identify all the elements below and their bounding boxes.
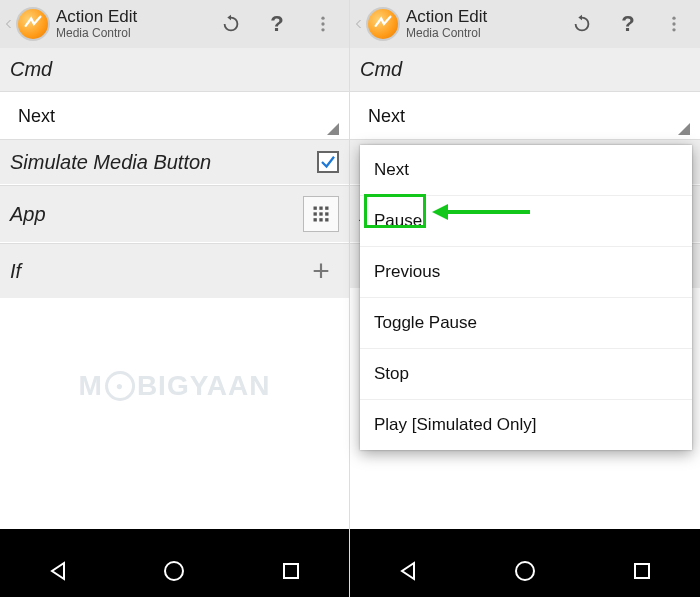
cmd-spinner[interactable]: Next: [350, 92, 700, 139]
cmd-value: Next: [18, 106, 331, 129]
actionbar-title: Action Edit: [56, 8, 213, 27]
dropdown-item-toggle-pause[interactable]: Toggle Pause: [360, 298, 692, 349]
undo-icon[interactable]: [564, 6, 600, 42]
help-icon[interactable]: ?: [259, 6, 295, 42]
back-chevron-icon[interactable]: [352, 15, 366, 33]
svg-point-14: [672, 17, 675, 20]
back-chevron-icon[interactable]: [2, 15, 16, 33]
nav-home-icon[interactable]: [513, 559, 537, 587]
navbar: [350, 549, 700, 597]
help-icon[interactable]: ?: [610, 6, 646, 42]
svg-point-1: [321, 22, 324, 25]
svg-point-2: [321, 28, 324, 31]
spinner-triangle-icon: [678, 123, 690, 135]
simulate-label: Simulate Media Button: [10, 151, 211, 174]
actionbar-subtitle: Media Control: [56, 27, 213, 40]
tasker-app-icon[interactable]: [366, 7, 400, 41]
nav-recent-icon[interactable]: [279, 559, 303, 587]
svg-rect-8: [325, 212, 328, 215]
black-bar: [0, 529, 349, 549]
dropdown-item-next[interactable]: Next: [360, 145, 692, 196]
svg-rect-28: [635, 564, 649, 578]
app-label: App: [10, 203, 46, 226]
simulate-media-button-row[interactable]: Simulate Media Button: [0, 139, 349, 185]
dropdown-item-play-simulated[interactable]: Play [Simulated Only]: [360, 400, 692, 450]
overflow-menu-icon[interactable]: [656, 6, 692, 42]
tasker-app-icon[interactable]: [16, 7, 50, 41]
undo-icon[interactable]: [213, 6, 249, 42]
black-bar: [350, 529, 700, 549]
watermark: M●BIGYAAN: [79, 370, 271, 402]
simulate-checkbox[interactable]: [317, 151, 339, 173]
svg-point-16: [672, 28, 675, 31]
cmd-header: Cmd: [0, 48, 349, 92]
add-condition-icon[interactable]: +: [303, 254, 339, 288]
cmd-value: Next: [368, 106, 682, 129]
if-label: If: [10, 260, 21, 283]
svg-rect-13: [284, 564, 298, 578]
screen-right: Action Edit Media Control ? Cmd Next S: [350, 0, 700, 597]
svg-rect-5: [325, 207, 328, 210]
actionbar-title: Action Edit: [406, 8, 564, 27]
svg-point-15: [672, 22, 675, 25]
nav-back-icon[interactable]: [46, 559, 70, 587]
svg-rect-6: [314, 212, 317, 215]
cmd-dropdown: Next Pause Previous Toggle Pause Stop Pl…: [360, 145, 692, 450]
navbar: [0, 549, 349, 597]
svg-point-12: [165, 562, 183, 580]
cmd-spinner[interactable]: Next: [0, 92, 349, 139]
actionbar: Action Edit Media Control ?: [350, 0, 700, 48]
cmd-header: Cmd: [350, 48, 700, 92]
nav-recent-icon[interactable]: [630, 559, 654, 587]
app-picker-button[interactable]: [303, 196, 339, 232]
nav-back-icon[interactable]: [396, 559, 420, 587]
dropdown-item-pause[interactable]: Pause: [360, 196, 692, 247]
spinner-triangle-icon: [327, 123, 339, 135]
actionbar: Action Edit Media Control ?: [0, 0, 349, 48]
svg-rect-10: [319, 218, 322, 221]
svg-rect-3: [314, 207, 317, 210]
svg-rect-9: [314, 218, 317, 221]
svg-point-27: [516, 562, 534, 580]
svg-point-0: [321, 17, 324, 20]
screen-left: Action Edit Media Control ? Cmd Next Sim…: [0, 0, 350, 597]
dropdown-item-stop[interactable]: Stop: [360, 349, 692, 400]
actionbar-subtitle: Media Control: [406, 27, 564, 40]
dropdown-item-previous[interactable]: Previous: [360, 247, 692, 298]
svg-rect-11: [325, 218, 328, 221]
svg-rect-7: [319, 212, 322, 215]
if-row[interactable]: If +: [0, 243, 349, 299]
svg-rect-4: [319, 207, 322, 210]
nav-home-icon[interactable]: [162, 559, 186, 587]
overflow-menu-icon[interactable]: [305, 6, 341, 42]
app-row[interactable]: App: [0, 185, 349, 243]
